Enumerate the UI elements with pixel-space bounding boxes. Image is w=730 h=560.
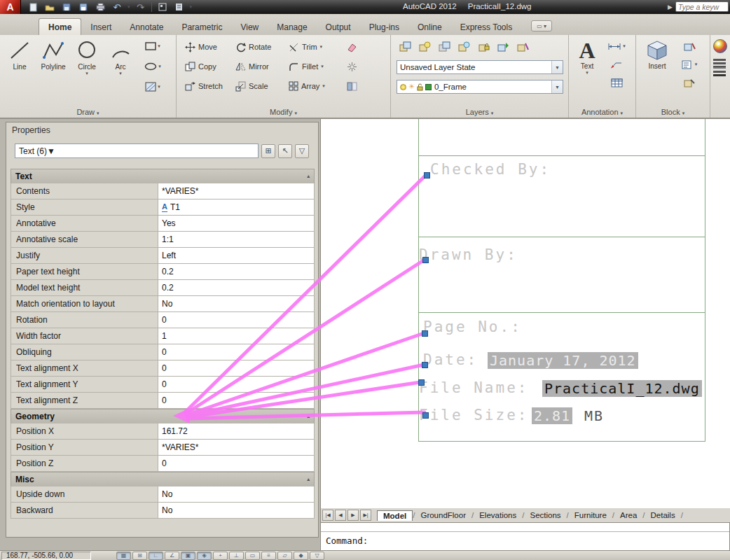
section-header-text[interactable]: Text ▴: [11, 169, 315, 183]
property-value[interactable]: No: [158, 486, 314, 502]
redo-icon[interactable]: ↷: [135, 1, 147, 13]
layer-dropdown[interactable]: ☀ 0_Frame ▼: [397, 80, 563, 94]
layer-make-current-icon[interactable]: [495, 38, 513, 55]
grip-date[interactable]: [422, 362, 428, 368]
tab-view[interactable]: View: [231, 19, 268, 35]
cad-text-file-size-label[interactable]: File Size:: [419, 407, 528, 424]
tab-online[interactable]: Online: [408, 19, 451, 35]
save-icon[interactable]: [60, 1, 73, 13]
layer-thaw-sun-icon[interactable]: ☀: [408, 83, 415, 90]
mirror-tool-button[interactable]: Mirror: [233, 57, 286, 76]
osnap-toggle-button[interactable]: ▣: [181, 552, 195, 560]
property-value[interactable]: 0: [158, 393, 314, 408]
collapse-icon[interactable]: ▴: [307, 174, 310, 179]
section-header-geometry[interactable]: Geometry ▴: [11, 409, 315, 424]
grip-drawn-by[interactable]: [422, 257, 429, 263]
plot-icon[interactable]: [94, 1, 106, 13]
draw-panel-label[interactable]: Draw ▾: [0, 108, 176, 116]
open-folder-icon[interactable]: [43, 1, 56, 13]
infocenter-collapse-icon[interactable]: ▶: [668, 4, 673, 10]
layer-unlock-icon[interactable]: [417, 83, 423, 91]
first-layout-icon[interactable]: |◀: [322, 510, 333, 521]
property-value[interactable]: Left: [158, 248, 314, 263]
selection-cycling-toggle-button[interactable]: ▽: [310, 552, 324, 560]
circle-tool-button[interactable]: Circle ▾: [70, 37, 104, 96]
hatch-tool-button[interactable]: ▾: [140, 78, 165, 96]
modify-panel-expand-icon[interactable]: ▾: [294, 111, 297, 115]
trim-flyout-icon[interactable]: ▾: [320, 44, 323, 50]
ortho-toggle-button[interactable]: ∟: [149, 552, 163, 560]
qat-dropdown-icon[interactable]: ▾: [190, 4, 193, 10]
layer-state-dropdown[interactable]: Unsaved Layer State ▼: [397, 60, 563, 74]
undo-icon[interactable]: ↶: [111, 1, 123, 13]
layer-isolate-icon[interactable]: [436, 38, 454, 55]
layout-tab-furniture[interactable]: Furniture: [569, 510, 612, 520]
annotation-panel-expand-icon[interactable]: ▾: [621, 111, 624, 115]
workspace-icon[interactable]: [156, 1, 169, 13]
create-block-button[interactable]: [678, 38, 701, 55]
linetype-list-icon[interactable]: [713, 59, 726, 61]
collapse-icon[interactable]: ▴: [307, 477, 310, 482]
property-value[interactable]: No: [158, 296, 314, 312]
snap-toggle-button[interactable]: ▦: [116, 552, 131, 560]
leader-tool-button[interactable]: [605, 56, 628, 73]
line-tool-button[interactable]: Line: [3, 37, 36, 96]
collapse-icon[interactable]: ▴: [307, 414, 310, 419]
layer-color-swatch[interactable]: [425, 84, 432, 90]
block-editor-button[interactable]: [678, 74, 701, 91]
text-tool-button[interactable]: A Text ▾: [573, 38, 601, 91]
property-value[interactable]: 161.72: [158, 424, 314, 439]
property-value[interactable]: 1:1: [158, 232, 314, 247]
copy-tool-button[interactable]: Copy: [182, 57, 233, 76]
search-input[interactable]: [675, 1, 729, 12]
insert-block-button[interactable]: Insert: [642, 38, 673, 91]
selection-type-dropdown[interactable]: Text (6) ▼: [15, 144, 259, 158]
grid-toggle-button[interactable]: ⊞: [132, 552, 147, 560]
undo-dropdown-icon[interactable]: ▾: [128, 4, 130, 10]
cad-text-page-no[interactable]: Page No.:: [423, 318, 522, 335]
otrack-toggle-button[interactable]: +: [213, 552, 228, 560]
rotate-tool-button[interactable]: Rotate: [233, 38, 286, 56]
property-value[interactable]: 0: [158, 456, 314, 471]
ellipse-tool-button[interactable]: ▾: [140, 57, 165, 76]
property-value[interactable]: 0.2: [158, 264, 314, 279]
cad-text-file-size-value[interactable]: 2.81: [532, 407, 572, 424]
application-menu-button[interactable]: A: [0, 0, 21, 14]
layout-tab-details[interactable]: Details: [645, 510, 681, 520]
layer-properties-icon[interactable]: [397, 38, 415, 55]
layer-off-icon[interactable]: [416, 38, 434, 55]
select-objects-button[interactable]: ↖: [278, 144, 292, 158]
tab-output[interactable]: Output: [317, 19, 360, 35]
dimension-tool-button[interactable]: ▾: [605, 38, 628, 55]
color-ball-icon[interactable]: [713, 39, 727, 53]
quick-properties-toggle-button[interactable]: ◆: [294, 552, 308, 560]
draw-panel-expand-icon[interactable]: ▾: [97, 111, 99, 115]
layout-tab-area[interactable]: Area: [614, 510, 642, 520]
layers-panel-label[interactable]: Layers ▾: [391, 108, 568, 116]
tab-manage[interactable]: Manage: [268, 19, 316, 35]
layout-tab-model[interactable]: Model: [377, 510, 413, 521]
grip-checked-by[interactable]: [424, 172, 430, 178]
stretch-tool-button[interactable]: Stretch: [182, 77, 233, 95]
layout-tab-groundfloor[interactable]: GroundFloor: [415, 510, 471, 520]
arc-tool-button[interactable]: Arc ▾: [104, 37, 137, 96]
property-value[interactable]: 0: [158, 360, 314, 376]
transparency-toggle-button[interactable]: ▱: [277, 552, 292, 560]
fade-tool-button[interactable]: [340, 78, 363, 94]
trim-tool-button[interactable]: Trim ▾: [286, 38, 340, 56]
lineweight-icon[interactable]: [713, 66, 726, 76]
arc-flyout-icon[interactable]: ▾: [119, 71, 122, 76]
array-flyout-icon[interactable]: ▾: [322, 83, 325, 89]
erase-tool-button[interactable]: [340, 38, 363, 55]
next-layout-icon[interactable]: ▶: [347, 510, 359, 521]
last-layout-icon[interactable]: ▶|: [360, 510, 371, 521]
drawing-canvas[interactable]: Checked By: Drawn By: Page No.: Date: Ja…: [320, 119, 730, 508]
tab-parametric[interactable]: Parametric: [172, 19, 231, 35]
grip-file-name[interactable]: [418, 379, 425, 386]
property-value[interactable]: 0: [158, 312, 314, 328]
layer-dropdown-icon[interactable]: ▼: [551, 80, 563, 93]
cad-text-file-size-unit[interactable]: MB: [584, 407, 604, 424]
move-tool-button[interactable]: Move: [182, 38, 233, 56]
polyline-tool-button[interactable]: Polyline: [36, 37, 70, 96]
ducs-toggle-button[interactable]: ⊥: [229, 552, 244, 560]
